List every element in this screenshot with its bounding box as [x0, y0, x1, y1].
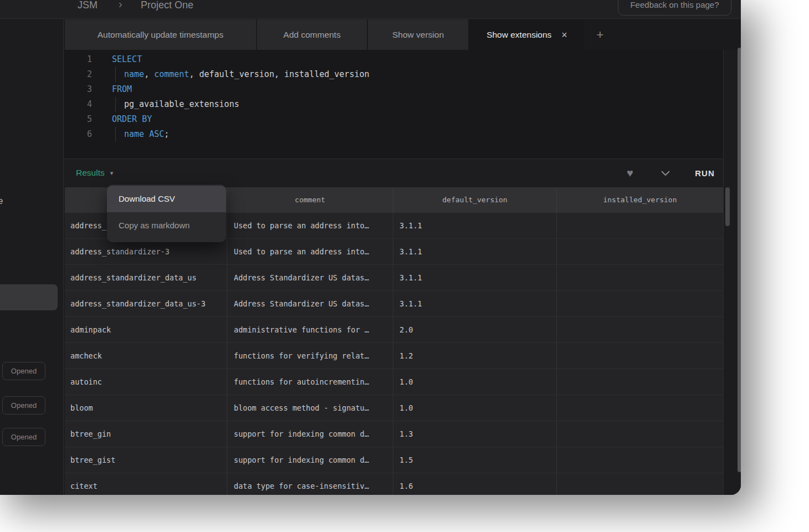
- add-tab-button[interactable]: +: [591, 19, 610, 50]
- menu-item-copy-as-markdown[interactable]: Copy as markdown: [107, 212, 226, 239]
- tab-label: Show version: [392, 30, 444, 40]
- heart-icon: ♥: [627, 167, 633, 180]
- table-row[interactable]: btree_gist support for indexing common d…: [65, 447, 723, 473]
- line-number: 4: [64, 97, 92, 112]
- chevron-right-icon: ›: [119, 0, 122, 12]
- cell-comment: functions for autoincrementin…: [227, 369, 393, 395]
- cell-name: adminpack: [65, 317, 227, 343]
- cell-comment: support for indexing common d…: [227, 447, 393, 473]
- column-header-comment[interactable]: comment: [227, 187, 393, 213]
- column-header-default-version[interactable]: default_version: [393, 187, 557, 213]
- sidebar-partial-item[interactable]: e: [0, 196, 3, 207]
- cell-installed-version: [557, 265, 723, 291]
- sidebar-selected-item[interactable]: [0, 284, 58, 310]
- caret-down-icon: ▾: [110, 170, 114, 177]
- cell-default-version: 1.5: [393, 447, 557, 473]
- table-row[interactable]: bloom bloom access method - signatu… 1.0: [65, 395, 723, 421]
- table-row[interactable]: amcheck functions for verifying relat… 1…: [65, 343, 723, 369]
- run-button[interactable]: RUN: [687, 158, 723, 187]
- collapse-button[interactable]: [656, 158, 675, 187]
- cell-comment: Address Standardizer US datas…: [227, 291, 393, 317]
- cell-comment: bloom access method - signatu…: [227, 395, 393, 421]
- line-number: 1: [64, 52, 92, 67]
- cell-installed-version: [557, 317, 723, 343]
- sidebar: [0, 19, 64, 495]
- cell-name: amcheck: [65, 343, 227, 369]
- table-row[interactable]: adminpack administrative functions for ……: [65, 317, 723, 343]
- cell-default-version: 1.0: [393, 395, 557, 421]
- app-window: JSM › Project One Feedback on this page?…: [0, 0, 741, 495]
- table-row[interactable]: citext data type for case-insensitiv… 1.…: [65, 473, 723, 495]
- cell-installed-version: [557, 473, 723, 495]
- code-line: 4 pg_available_extensions: [64, 97, 370, 112]
- cell-default-version: 3.1.1: [393, 265, 557, 291]
- code-lines: 1 SELECT 2 name, comment, default_versio…: [64, 52, 370, 142]
- status-badge-opened: Opened: [2, 428, 45, 446]
- cell-name: autoinc: [65, 369, 227, 395]
- table-row[interactable]: address_standardizer_data_us-3 Address S…: [65, 291, 723, 317]
- code-line: 2 name, comment, default_version, instal…: [64, 67, 370, 82]
- table-row[interactable]: autoinc functions for autoincrementin… 1…: [65, 369, 723, 395]
- indent-guide: [115, 67, 124, 82]
- cell-installed-version: [557, 421, 723, 447]
- results-label: Results: [76, 168, 105, 178]
- indent-guide: [115, 127, 124, 142]
- tab-label: Automatically update timestamps: [98, 30, 223, 40]
- window-scrollbar[interactable]: [738, 48, 741, 472]
- tab-add-comments[interactable]: Add comments: [257, 19, 367, 50]
- cell-installed-version: [557, 369, 723, 395]
- feedback-button[interactable]: Feedback on this page?: [618, 0, 731, 16]
- status-badge-opened: Opened: [2, 362, 45, 380]
- cell-installed-version: [557, 447, 723, 473]
- favorite-button[interactable]: ♥: [621, 158, 639, 187]
- tab-show-extensions[interactable]: Show extensions ×: [469, 19, 585, 50]
- code-line: 5 ORDER BY: [64, 112, 370, 127]
- breadcrumb-app[interactable]: JSM: [78, 0, 98, 13]
- cell-name: btree_gist: [65, 447, 227, 473]
- cell-default-version: 3.1.1: [393, 213, 557, 239]
- cell-default-version: 3.1.1: [393, 291, 557, 317]
- line-number: 2: [64, 67, 92, 82]
- cell-comment: data type for case-insensitiv…: [227, 473, 393, 495]
- tab-show-version[interactable]: Show version: [368, 19, 468, 50]
- cell-comment: support for indexing common d…: [227, 421, 393, 447]
- close-icon[interactable]: ×: [561, 30, 567, 40]
- plus-icon: +: [597, 28, 604, 42]
- cell-default-version: 3.1.1: [393, 239, 557, 265]
- tab-automatically-update-timestamps[interactable]: Automatically update timestamps: [65, 19, 256, 50]
- tab-label: Show extensions: [487, 30, 551, 40]
- cell-comment: Used to parse an address into…: [227, 239, 393, 265]
- topbar: JSM › Project One Feedback on this page?: [0, 0, 741, 19]
- line-number: 3: [64, 82, 92, 97]
- line-number: 5: [64, 112, 92, 127]
- cell-default-version: 1.6: [393, 473, 557, 495]
- code-line: 1 SELECT: [64, 52, 370, 67]
- code-line: 3 FROM: [64, 82, 370, 97]
- cell-name: address_standardizer-3: [65, 239, 227, 265]
- table-row[interactable]: address_standardizer_data_us Address Sta…: [65, 265, 723, 291]
- tab-label: Add comments: [283, 30, 340, 40]
- menu-item-download-csv[interactable]: Download CSV: [107, 186, 226, 212]
- indent-guide: [115, 97, 124, 112]
- cell-default-version: 2.0: [393, 317, 557, 343]
- context-menu: Download CSV Copy as markdown: [107, 185, 226, 242]
- cell-name: bloom: [65, 395, 227, 421]
- table-scrollbar[interactable]: [725, 187, 730, 226]
- cell-comment: Used to parse an address into…: [227, 213, 393, 239]
- cell-installed-version: [557, 239, 723, 265]
- cell-default-version: 1.3: [393, 421, 557, 447]
- cell-default-version: 1.0: [393, 369, 557, 395]
- results-dropdown[interactable]: Results ▾: [76, 158, 113, 187]
- column-header-installed-version[interactable]: installed_version: [557, 187, 723, 213]
- cell-name: citext: [65, 473, 227, 495]
- status-badge-opened: Opened: [2, 396, 45, 415]
- breadcrumb-project[interactable]: Project One: [141, 0, 193, 13]
- cell-installed-version: [557, 291, 723, 317]
- code-line: 6 name ASC;: [64, 127, 370, 142]
- cell-installed-version: [557, 213, 723, 239]
- table-row[interactable]: btree_gin support for indexing common d……: [65, 421, 723, 447]
- cell-comment: administrative functions for …: [227, 317, 393, 343]
- line-number: 6: [64, 127, 92, 142]
- cell-comment: Address Standardizer US datas…: [227, 265, 393, 291]
- table-row[interactable]: address_standardizer-3 Used to parse an …: [65, 239, 723, 265]
